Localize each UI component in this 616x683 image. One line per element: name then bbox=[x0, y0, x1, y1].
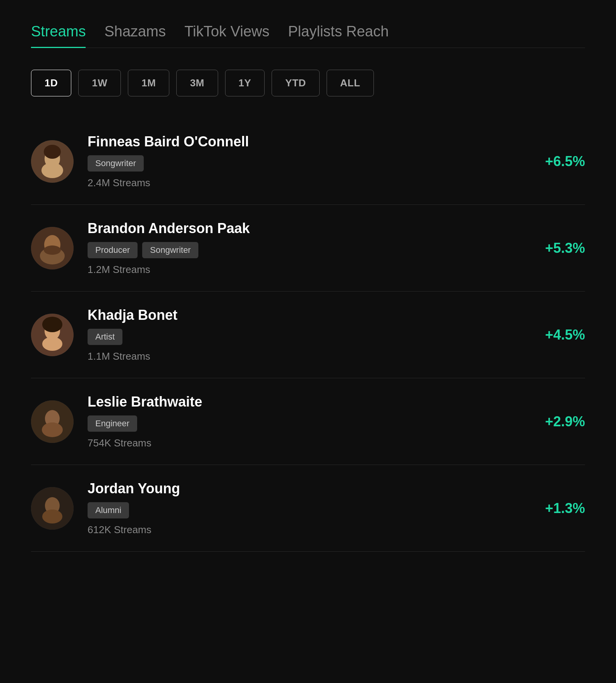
artist-avatar-5 bbox=[31, 487, 74, 530]
tab-playlists[interactable]: Playlists Reach bbox=[288, 23, 389, 48]
svg-point-11 bbox=[42, 317, 62, 332]
period-btn-1w[interactable]: 1W bbox=[78, 70, 121, 96]
tag-producer: Producer bbox=[88, 242, 138, 258]
artist-change-2: +5.3% bbox=[539, 240, 585, 256]
artist-name-5: Jordan Young bbox=[88, 481, 525, 497]
artist-info-2: Brandon Anderson PaakProducerSongwriter1… bbox=[88, 220, 525, 276]
artist-tags-4: Engineer bbox=[88, 415, 525, 432]
artist-name-1: Finneas Baird O'Connell bbox=[88, 134, 525, 150]
artist-streams-4: 754K Streams bbox=[88, 437, 525, 449]
artist-streams-1: 2.4M Streams bbox=[88, 177, 525, 189]
artist-tags-1: Songwriter bbox=[88, 155, 525, 172]
period-btn-1d[interactable]: 1D bbox=[31, 70, 71, 96]
artist-tags-2: ProducerSongwriter bbox=[88, 242, 525, 258]
period-filters: 1D1W1M3M1YYTDALL bbox=[31, 70, 585, 96]
artist-change-4: +2.9% bbox=[539, 414, 585, 430]
artist-name-3: Khadja Bonet bbox=[88, 307, 525, 323]
tab-tiktok[interactable]: TikTok Views bbox=[184, 23, 270, 48]
svg-point-17 bbox=[42, 510, 62, 523]
artist-streams-2: 1.2M Streams bbox=[88, 264, 525, 276]
artist-avatar-2 bbox=[31, 227, 74, 269]
tag-alumni: Alumni bbox=[88, 502, 129, 518]
artist-item-3[interactable]: Khadja BonetArtist1.1M Streams+4.5% bbox=[31, 292, 585, 378]
period-btn-1y[interactable]: 1Y bbox=[225, 70, 265, 96]
artist-item-1[interactable]: Finneas Baird O'ConnellSongwriter2.4M St… bbox=[31, 118, 585, 205]
svg-point-3 bbox=[44, 145, 61, 159]
artist-change-3: +4.5% bbox=[539, 327, 585, 343]
artist-avatar-1 bbox=[31, 140, 74, 183]
period-btn-ytd[interactable]: YTD bbox=[272, 70, 320, 96]
svg-point-10 bbox=[42, 337, 62, 351]
tag-songwriter: Songwriter bbox=[142, 242, 198, 258]
artist-info-3: Khadja BonetArtist1.1M Streams bbox=[88, 307, 525, 362]
tab-streams[interactable]: Streams bbox=[31, 23, 86, 48]
artist-item-4[interactable]: Leslie BrathwaiteEngineer754K Streams+2.… bbox=[31, 378, 585, 465]
artist-info-5: Jordan YoungAlumni612K Streams bbox=[88, 481, 525, 536]
tag-artist: Artist bbox=[88, 329, 122, 345]
svg-point-2 bbox=[41, 163, 63, 178]
artist-info-4: Leslie BrathwaiteEngineer754K Streams bbox=[88, 394, 525, 449]
period-btn-3m[interactable]: 3M bbox=[176, 70, 218, 96]
svg-point-14 bbox=[42, 422, 63, 437]
tag-engineer: Engineer bbox=[88, 415, 137, 432]
artist-avatar-4 bbox=[31, 400, 74, 443]
artist-item-2[interactable]: Brandon Anderson PaakProducerSongwriter1… bbox=[31, 205, 585, 292]
artist-streams-5: 612K Streams bbox=[88, 524, 525, 536]
artist-streams-3: 1.1M Streams bbox=[88, 350, 525, 362]
period-btn-1m[interactable]: 1M bbox=[128, 70, 169, 96]
artist-change-5: +1.3% bbox=[539, 500, 585, 517]
period-btn-all[interactable]: ALL bbox=[327, 70, 374, 96]
artist-item-5[interactable]: Jordan YoungAlumni612K Streams+1.3% bbox=[31, 465, 585, 552]
artist-info-1: Finneas Baird O'ConnellSongwriter2.4M St… bbox=[88, 134, 525, 189]
artist-change-1: +6.5% bbox=[539, 153, 585, 170]
artist-tags-3: Artist bbox=[88, 329, 525, 345]
svg-point-7 bbox=[44, 245, 61, 255]
artist-name-4: Leslie Brathwaite bbox=[88, 394, 525, 410]
tag-songwriter: Songwriter bbox=[88, 155, 144, 172]
artist-tags-5: Alumni bbox=[88, 502, 525, 518]
tabs-container: StreamsShazamsTikTok ViewsPlaylists Reac… bbox=[31, 23, 585, 48]
artist-avatar-3 bbox=[31, 314, 74, 356]
artist-name-2: Brandon Anderson Paak bbox=[88, 220, 525, 237]
artist-list: Finneas Baird O'ConnellSongwriter2.4M St… bbox=[31, 118, 585, 552]
tab-shazams[interactable]: Shazams bbox=[104, 23, 165, 48]
